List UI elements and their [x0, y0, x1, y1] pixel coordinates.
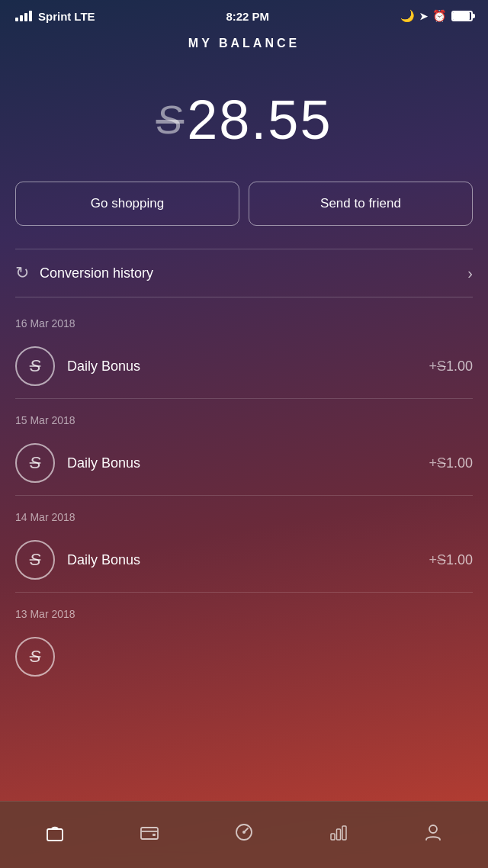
signal-bars-icon [15, 11, 32, 21]
transaction-amount-1: +S1.00 [429, 358, 473, 375]
balance-currency-symbol: S [156, 97, 185, 143]
svg-point-8 [429, 825, 437, 833]
moon-icon: 🌙 [400, 9, 415, 23]
transaction-divider-3 [15, 592, 473, 593]
balance-value: 28.55 [187, 88, 332, 151]
status-right: 🌙 ➤ ⏰ [400, 9, 473, 23]
bottom-nav [0, 801, 488, 868]
transaction-icon-4: S [15, 637, 55, 677]
transaction-amount-2: +S1.00 [429, 455, 473, 471]
status-bar: Sprint LTE 8:22 PM 🌙 ➤ ⏰ [0, 0, 488, 29]
go-shopping-button[interactable]: Go shopping [15, 182, 239, 226]
svg-rect-6 [337, 829, 341, 840]
balance-section: S 28.55 [0, 73, 488, 182]
date-header-1: 16 Mar 2018 [0, 305, 488, 337]
conversion-history-left: ↻ Conversion history [15, 263, 153, 283]
nav-shop[interactable] [29, 814, 81, 856]
alarm-icon: ⏰ [432, 9, 447, 23]
svg-rect-5 [331, 834, 335, 840]
bottom-spacer [0, 693, 488, 770]
action-buttons: Go shopping Send to friend [0, 182, 488, 249]
transaction-divider-1 [15, 398, 473, 399]
send-to-friend-button[interactable]: Send to friend [249, 182, 473, 226]
carrier-label: Sprint [38, 10, 71, 23]
page-title: MY BALANCE [0, 29, 488, 73]
nav-stats[interactable] [313, 814, 364, 856]
transaction-icon-3: S [15, 540, 55, 580]
svg-rect-7 [342, 826, 346, 840]
transaction-item-2: S Daily Bonus +S1.00 [0, 434, 488, 492]
conversion-history-row[interactable]: ↻ Conversion history › [0, 249, 488, 297]
transaction-icon-2: S [15, 443, 55, 483]
status-left: Sprint LTE [15, 10, 95, 23]
transaction-item-1: S Daily Bonus +S1.00 [0, 337, 488, 395]
transaction-info-3: Daily Bonus [67, 552, 416, 568]
date-header-2: 15 Mar 2018 [0, 402, 488, 434]
transaction-name-2: Daily Bonus [67, 455, 140, 471]
refresh-icon: ↻ [15, 263, 29, 283]
transaction-list: 16 Mar 2018 S Daily Bonus +S1.00 15 Mar … [0, 297, 488, 693]
transaction-amount-3: +S1.00 [429, 552, 473, 568]
location-icon: ➤ [419, 11, 428, 22]
transaction-divider-2 [15, 495, 473, 496]
svg-rect-2 [152, 834, 156, 836]
status-time: 8:22 PM [226, 10, 269, 23]
profile-icon [422, 821, 444, 848]
nav-profile[interactable] [407, 814, 459, 856]
date-header-3: 14 Mar 2018 [0, 499, 488, 531]
transaction-name-1: Daily Bonus [67, 358, 140, 374]
svg-rect-1 [141, 828, 158, 839]
transaction-item-4-partial: S [0, 628, 488, 686]
date-header-4: 13 Mar 2018 [0, 596, 488, 628]
bar-chart-icon [328, 821, 349, 848]
battery-icon [451, 11, 473, 21]
transaction-info-1: Daily Bonus [67, 358, 416, 375]
conversion-label: Conversion history [40, 265, 153, 281]
nav-wallet[interactable] [124, 814, 175, 856]
speedometer-icon [233, 821, 255, 848]
balance-amount: S 28.55 [0, 88, 488, 151]
nav-dashboard[interactable] [218, 814, 270, 856]
transaction-icon-1: S [15, 346, 55, 386]
transaction-info-2: Daily Bonus [67, 455, 416, 471]
svg-point-4 [242, 831, 246, 834]
wallet-icon [139, 821, 160, 848]
svg-rect-0 [47, 829, 63, 841]
transaction-name-3: Daily Bonus [67, 552, 140, 567]
shop-icon [44, 821, 66, 848]
transaction-item-3: S Daily Bonus +S1.00 [0, 531, 488, 589]
chevron-right-icon: › [467, 265, 473, 282]
network-label: LTE [74, 10, 95, 23]
